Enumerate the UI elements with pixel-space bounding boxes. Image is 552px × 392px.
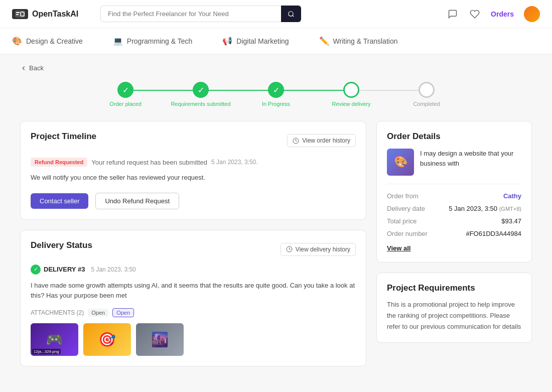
order-thumbnail: 🎨: [387, 149, 414, 176]
step-circle-3: ✓: [268, 82, 284, 98]
order-thumb-title: I may design a website that your busines…: [420, 149, 521, 168]
order-details-title: Order Details: [387, 132, 521, 142]
step-circle-2: ✓: [193, 82, 209, 98]
nav-label-marketing: Digital Marketing: [236, 37, 289, 45]
order-details-card: Order Details 🎨 I may design a website t…: [376, 121, 532, 263]
total-price-row: Total price $93.47: [387, 217, 521, 225]
order-from-row: Order from Cathy: [387, 192, 521, 200]
step-circle-1: ✓: [117, 82, 133, 98]
action-buttons: Contact seller Undo Refund Request: [31, 193, 356, 209]
logo-icon: [12, 9, 28, 19]
step-label-4: Review delivery: [332, 101, 370, 107]
progress-steps: ✓ Order placed ✓ Requirements submitted …: [88, 82, 464, 107]
avatar[interactable]: [524, 6, 540, 22]
refund-row: Refund Requested Your refund request has…: [31, 158, 356, 167]
message-icon[interactable]: [447, 8, 459, 20]
project-requirements-text: This is a promotional project to help im…: [387, 299, 521, 332]
attachments-label: ATTACHMENTS (2): [31, 309, 84, 316]
header-actions: Orders: [447, 6, 540, 22]
progress-bar: ✓ Order placed ✓ Requirements submitted …: [20, 82, 532, 107]
step-circle-4: [343, 82, 359, 98]
step-label-3: In Progress: [262, 101, 290, 107]
nav-label-programming: Programming & Tech: [127, 37, 192, 45]
svg-line-5: [293, 15, 294, 17]
heart-icon[interactable]: [469, 8, 481, 20]
divider-1: [387, 184, 521, 184]
header: OpenTaskAI Orders: [0, 0, 552, 28]
main-content: Back ✓ Order placed ✓ Requirements submi…: [0, 54, 552, 376]
svg-rect-2: [16, 14, 19, 15]
attachments-row: ATTACHMENTS (2) Open Open: [31, 308, 356, 317]
step-review-delivery: Review delivery: [314, 82, 389, 107]
right-column: Order Details 🎨 I may design a website t…: [376, 121, 532, 366]
left-column: Project Timeline View order history Refu…: [20, 121, 366, 366]
refund-message: Your refund request has been submitted: [91, 159, 207, 166]
step-circle-5: [419, 82, 435, 98]
undo-refund-button[interactable]: Undo Refund Request: [95, 193, 179, 209]
view-delivery-history-button[interactable]: View delivery history: [281, 243, 356, 256]
delivery-date-row: Delivery date 5 Jan 2023, 3:50 (GMT+8): [387, 205, 521, 212]
nav: 🎨 Design & Creative 💻 Programming & Tech…: [0, 28, 552, 54]
thumbnail-2[interactable]: 🎯: [83, 323, 131, 356]
refund-time: 5 Jan 2023, 3:50.: [211, 159, 258, 166]
contact-seller-button[interactable]: Contact seller: [31, 193, 88, 209]
logo[interactable]: OpenTaskAI: [12, 9, 92, 19]
step-in-progress: ✓ In Progress: [238, 82, 314, 107]
svg-point-4: [289, 11, 293, 16]
open-badge-2[interactable]: Open: [112, 308, 134, 317]
card-header: Project Timeline View order history: [31, 132, 356, 150]
design-icon: 🎨: [12, 36, 22, 46]
total-price-label: Total price: [387, 217, 417, 225]
step-label-1: Order placed: [109, 101, 142, 107]
content-grid: Project Timeline View order history Refu…: [20, 121, 532, 366]
step-completed: Completed: [389, 82, 464, 107]
nav-item-marketing[interactable]: 📢 Digital Marketing: [222, 28, 289, 54]
nav-item-programming[interactable]: 💻 Programming & Tech: [113, 28, 192, 54]
delivery-date-label: Delivery date: [387, 205, 425, 212]
thumbnail-1[interactable]: 🎮 12ja...329.png: [31, 323, 78, 356]
project-requirements-title: Project Requirements: [387, 283, 521, 293]
writing-icon: ✏️: [319, 36, 329, 46]
thumbnail-3[interactable]: 🌆: [136, 323, 184, 356]
svg-rect-1: [16, 12, 20, 13]
delivery-text: I have made some growth attempts using A…: [31, 281, 356, 302]
project-timeline-card: Project Timeline View order history Refu…: [20, 121, 366, 220]
total-price-value: $93.47: [501, 217, 521, 225]
search-input[interactable]: [100, 6, 301, 22]
delivery-badge-row: ✓ DELIVERY #3 5 Jan 2023, 3:50: [31, 265, 356, 275]
view-all-link[interactable]: View all: [387, 244, 410, 252]
open-badge-1[interactable]: Open: [88, 309, 108, 317]
view-history-label: View order history: [302, 137, 350, 144]
nav-label-writing: Writing & Translation: [333, 37, 398, 45]
step-label-5: Completed: [413, 101, 440, 107]
order-from-value[interactable]: Cathy: [503, 192, 521, 200]
delivery-time: 5 Jan 2023, 3:50: [91, 266, 135, 273]
nav-item-writing[interactable]: ✏️ Writing & Translation: [319, 28, 398, 54]
view-delivery-label: View delivery history: [296, 246, 350, 253]
delivery-date-value: 5 Jan 2023, 3:50 (GMT+8): [449, 205, 521, 212]
delivery-header: Delivery Status View delivery history: [31, 240, 356, 258]
search-button[interactable]: [281, 6, 301, 22]
delivery-number: DELIVERY #3: [44, 266, 85, 273]
delivery-status-title: Delivery Status: [31, 240, 92, 250]
thumbnails: 🎮 12ja...329.png 🎯 🌆: [31, 323, 356, 356]
delivery-check-icon: ✓: [31, 265, 41, 275]
refund-badge: Refund Requested: [31, 158, 87, 167]
step-requirements: ✓ Requirements submitted: [163, 82, 238, 107]
nav-label-design: Design & Creative: [26, 37, 83, 45]
orders-link[interactable]: Orders: [491, 10, 514, 18]
order-number-row: Order number #FO61DD3A44984: [387, 230, 521, 237]
back-button[interactable]: Back: [20, 64, 532, 72]
step-order-placed: ✓ Order placed: [88, 82, 163, 107]
order-from-label: Order from: [387, 192, 419, 200]
order-number-value: #FO61DD3A44984: [466, 230, 521, 237]
gmt-tag: (GMT+8): [499, 206, 521, 212]
project-timeline-title: Project Timeline: [31, 132, 96, 142]
nav-item-design[interactable]: 🎨 Design & Creative: [12, 28, 83, 54]
view-order-history-button[interactable]: View order history: [287, 134, 356, 147]
logo-text: OpenTaskAI: [32, 10, 78, 19]
order-thumbnail-row: 🎨 I may design a website that your busin…: [387, 149, 521, 176]
marketing-icon: 📢: [222, 36, 232, 46]
back-label: Back: [29, 64, 44, 72]
search-bar: [100, 6, 301, 22]
